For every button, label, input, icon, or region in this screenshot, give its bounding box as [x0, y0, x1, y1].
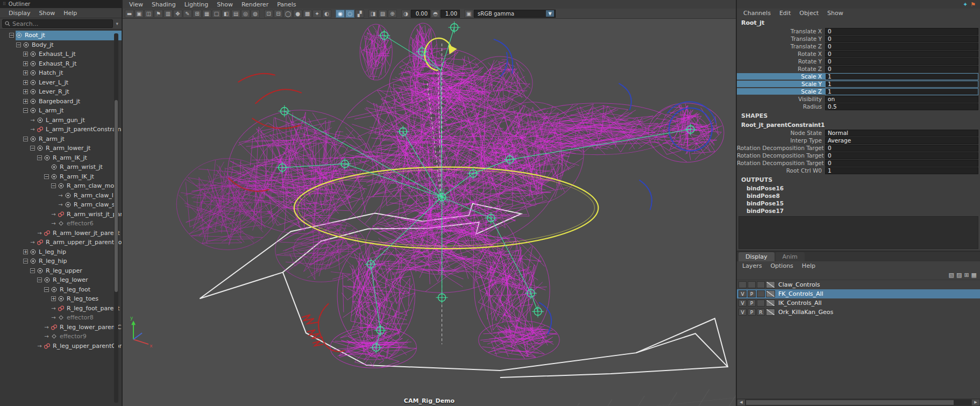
shadows-icon[interactable]: ◐: [322, 10, 331, 18]
layer-visibility-toggle[interactable]: V: [738, 309, 747, 316]
tree-item-r-arm-claw-l[interactable]: →R_arm_claw_l: [0, 191, 122, 201]
collapse-icon[interactable]: −: [51, 183, 56, 188]
tree-item-r-leg-foot-parent[interactable]: →R_leg_foot_parent: [0, 304, 122, 314]
channel-value-field[interactable]: 0: [825, 28, 978, 35]
channel-row-rotate-x[interactable]: Rotate X0: [737, 50, 980, 58]
channelbox-menu-edit[interactable]: Edit: [775, 9, 795, 18]
channel-value-field[interactable]: 0: [825, 51, 978, 58]
viewport-menu-shading[interactable]: Shading: [147, 0, 180, 9]
textured-display-icon[interactable]: ▩: [303, 10, 312, 18]
tree-item-root-jt[interactable]: −Root_jt: [0, 31, 122, 40]
expand-icon[interactable]: +: [23, 80, 28, 85]
bookmark-icon[interactable]: ⚑: [970, 1, 976, 8]
tree-item-r-leg-lower-parentc[interactable]: →R_leg_lower_parentC: [0, 323, 122, 332]
tree-item-lever-l-jt[interactable]: +Lever_L_jt: [0, 78, 122, 88]
viewport-menu-lighting[interactable]: Lighting: [180, 0, 212, 9]
tree-item-r-leg-hip[interactable]: −R_leg_hip: [0, 257, 122, 266]
tree-item-body-jt[interactable]: −Body_jt: [0, 40, 122, 50]
viewport-menu-show[interactable]: Show: [212, 0, 237, 9]
tree-item-effector8[interactable]: →effector8: [0, 313, 122, 323]
tree-item-hatch-jt[interactable]: +Hatch_jt: [0, 68, 122, 78]
layer-menu-help[interactable]: Help: [798, 261, 820, 270]
channel-row-rotate-z[interactable]: Rotate Z0: [737, 65, 980, 73]
channelbox-node-name[interactable]: Root_jt: [737, 18, 980, 27]
channelbox-menu-show[interactable]: Show: [823, 9, 848, 18]
film-slate-icon[interactable]: ▬: [125, 10, 134, 18]
expand-icon[interactable]: +: [51, 296, 56, 301]
channel-value-field[interactable]: Average: [825, 137, 978, 144]
multisample-icon[interactable]: ▞: [355, 10, 364, 18]
channel-value-field[interactable]: 0: [825, 66, 978, 73]
frame-selection-icon[interactable]: ⊟: [274, 10, 283, 18]
channel-value-field[interactable]: 0: [825, 35, 978, 42]
move-layer-up-icon[interactable]: ▧: [949, 272, 954, 279]
expand-icon[interactable]: +: [23, 89, 28, 94]
view-transform-camera-icon[interactable]: ▣: [464, 10, 473, 18]
channel-value-field[interactable]: 0: [825, 145, 978, 152]
channel-value-field[interactable]: Normal: [825, 130, 978, 137]
field-chart-icon[interactable]: ▤: [231, 10, 240, 18]
channel-row-rotation-decomposition-target-x[interactable]: Rotation Decomposition Target X0: [737, 144, 980, 152]
layer-playback-toggle[interactable]: P: [748, 300, 756, 307]
tree-item-r-leg-upper-parentcor[interactable]: →R_leg_upper_parentCor: [0, 341, 122, 351]
channel-row-translate-x[interactable]: Translate X0: [737, 27, 980, 35]
expand-icon[interactable]: +: [23, 99, 28, 104]
channel-value-field[interactable]: 1: [825, 73, 978, 80]
grease-pencil-icon[interactable]: ✎: [183, 10, 192, 18]
exposure-field[interactable]: 0.00: [411, 10, 430, 18]
chevron-down-icon[interactable]: ▼: [546, 10, 554, 17]
move-layer-down-icon[interactable]: ▨: [956, 272, 962, 279]
channel-row-translate-y[interactable]: Translate Y0: [737, 35, 980, 42]
channelbox-menu-object[interactable]: Object: [795, 9, 823, 18]
hscroll-track[interactable]: [745, 400, 971, 405]
collapse-icon[interactable]: −: [44, 287, 49, 292]
wireframe-display-icon[interactable]: ◯: [283, 10, 293, 18]
use-all-lights-icon[interactable]: ✦: [313, 10, 322, 18]
workspace-icon[interactable]: ✦: [963, 1, 968, 8]
frame-all-icon[interactable]: ⊡: [264, 10, 273, 18]
layer-color-swatch[interactable]: [766, 300, 775, 307]
layer-playback-toggle[interactable]: P: [748, 290, 756, 297]
outliner-menu-display[interactable]: Display: [4, 9, 35, 18]
tree-item-l-arm-gun-jt[interactable]: →L_arm_gun_jt: [0, 116, 122, 125]
channel-row-rotate-y[interactable]: Rotate Y0: [737, 58, 980, 65]
tree-item-effector9[interactable]: →effector9: [0, 332, 122, 341]
xray-icon[interactable]: ▨: [378, 10, 387, 18]
collapse-icon[interactable]: −: [44, 174, 49, 179]
channel-row-radius[interactable]: Radius0.5: [737, 103, 980, 110]
tree-item-bargeboard-jt[interactable]: +Bargeboard_jt: [0, 97, 122, 106]
safe-title-icon[interactable]: ◍: [251, 10, 260, 18]
tree-item-r-arm-claw-mo[interactable]: −R_arm_claw_mo: [0, 181, 122, 191]
collapse-icon[interactable]: −: [9, 33, 14, 38]
tree-item-r-leg-toes[interactable]: +R_leg_toes: [0, 294, 122, 304]
channel-row-scale-y[interactable]: Scale Y1: [737, 80, 980, 88]
layer-playback-toggle[interactable]: P: [748, 309, 756, 316]
isolate-select-icon[interactable]: ◨: [368, 10, 378, 18]
output-node-bindpose15[interactable]: bindPose15: [737, 200, 980, 207]
outliner-titlebar[interactable]: ⠿ Outliner: [0, 0, 122, 8]
channel-value-field[interactable]: 0: [825, 160, 978, 167]
output-node-bindpose8[interactable]: bindPose8: [737, 192, 980, 200]
scrollbar-thumb[interactable]: [115, 100, 118, 292]
layer-color-swatch[interactable]: [766, 309, 775, 316]
channelbox-menu-channels[interactable]: Channels: [739, 9, 775, 18]
layer-display-type-toggle[interactable]: R: [757, 309, 765, 316]
tree-item-r-leg-foot[interactable]: −R_leg_foot: [0, 285, 122, 295]
two-d-pan-zoom-icon[interactable]: ✥: [173, 10, 182, 18]
safe-action-icon[interactable]: ◎: [241, 10, 250, 18]
tab-display[interactable]: Display: [738, 252, 775, 261]
channel-value-field[interactable]: 1: [825, 167, 978, 174]
tree-item-r-arm-ik-jt[interactable]: −R_arm_IK_jt: [0, 172, 122, 182]
viewport-menu-panels[interactable]: Panels: [273, 0, 300, 9]
collapse-icon[interactable]: −: [16, 42, 21, 47]
scroll-left-icon[interactable]: ◀: [737, 400, 745, 405]
layer-row-ork-killakan-geos[interactable]: VPROrk_KillaKan_Geos: [737, 308, 980, 317]
image-plane-icon[interactable]: ▥: [164, 10, 173, 18]
expand-icon[interactable]: +: [23, 52, 28, 56]
tree-item-l-arm-jt-parentconstrain[interactable]: →L_arm_jt_parentConstrain: [0, 125, 122, 134]
grid-icon[interactable]: ⊞: [193, 10, 202, 18]
expand-icon[interactable]: +: [23, 61, 28, 66]
layer-display-type-toggle[interactable]: [757, 300, 765, 307]
channel-value-field[interactable]: 0: [825, 58, 978, 65]
layer-menu-options[interactable]: Options: [766, 261, 797, 270]
